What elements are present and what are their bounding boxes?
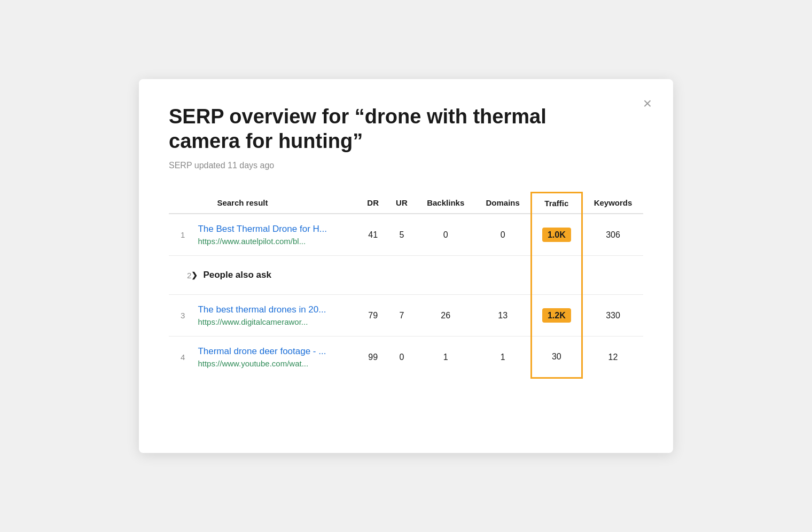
row-backlinks: 0: [416, 214, 475, 256]
serp-table-container: Search result DR UR Backlinks Domains Tr…: [169, 192, 643, 379]
row-traffic: 1.2K: [531, 295, 582, 337]
serp-table: Search result DR UR Backlinks Domains Tr…: [169, 192, 643, 379]
modal-subtitle: SERP updated 11 days ago: [169, 161, 643, 170]
row-traffic: 1.0K: [531, 214, 582, 256]
table-row: 3 The best thermal drones in 20... https…: [169, 295, 643, 337]
row-position: 1: [169, 214, 191, 256]
row-domains: 13: [475, 295, 532, 337]
row-keywords: 330: [582, 295, 643, 337]
table-row: 2 ❯ People also ask: [169, 256, 643, 295]
row-backlinks: 26: [416, 295, 475, 337]
row-ur: 5: [387, 214, 416, 256]
row-dr: 79: [358, 295, 387, 337]
traffic-value-highlight: 1.2K: [542, 308, 571, 323]
row-dr: 99: [358, 337, 387, 378]
row-keywords: [582, 256, 643, 295]
result-url: https://www.digitalcamerawor...: [198, 317, 352, 326]
row-search-result: The Best Thermal Drone for H... https://…: [191, 214, 358, 256]
row-position: 3: [169, 295, 191, 337]
result-title-link[interactable]: The Best Thermal Drone for H...: [198, 224, 352, 234]
close-button[interactable]: ×: [641, 94, 654, 113]
col-header-backlinks: Backlinks: [416, 193, 475, 214]
row-ur: 0: [387, 337, 416, 378]
chevron-right-icon: ❯: [191, 271, 198, 279]
table-row: 4 Thermal drone deer footage - ... https…: [169, 337, 643, 378]
row-traffic: 30: [531, 337, 582, 378]
row-dr: 41: [358, 214, 387, 256]
paa-text: People also ask: [203, 270, 271, 280]
traffic-value-highlight: 1.0K: [542, 228, 571, 242]
people-also-ask-cell: ❯ People also ask: [191, 256, 531, 295]
col-header-dr: DR: [358, 193, 387, 214]
row-search-result: Thermal drone deer footage - ... https:/…: [191, 337, 358, 378]
result-title-link[interactable]: Thermal drone deer footage - ...: [198, 346, 352, 357]
result-title-link[interactable]: The best thermal drones in 20...: [198, 304, 352, 315]
result-url: https://www.youtube.com/wat...: [198, 359, 352, 368]
serp-overview-modal: × SERP overview for “drone with thermal …: [139, 79, 673, 453]
col-header-num: [169, 193, 191, 214]
row-position: 4: [169, 337, 191, 378]
traffic-value: 30: [552, 352, 561, 361]
row-backlinks: 1: [416, 337, 475, 378]
row-keywords: 12: [582, 337, 643, 378]
modal-title: SERP overview for “drone with thermal ca…: [169, 105, 569, 153]
row-search-result: The best thermal drones in 20... https:/…: [191, 295, 358, 337]
col-header-ur: UR: [387, 193, 416, 214]
row-keywords: 306: [582, 214, 643, 256]
col-header-search-result: Search result: [191, 193, 358, 214]
col-header-traffic: Traffic: [531, 193, 582, 214]
col-header-domains: Domains: [475, 193, 532, 214]
row-domains: 0: [475, 214, 532, 256]
col-header-keywords: Keywords: [582, 193, 643, 214]
row-ur: 7: [387, 295, 416, 337]
row-domains: 1: [475, 337, 532, 378]
row-traffic: [531, 256, 582, 295]
people-also-ask-label: ❯ People also ask: [191, 260, 530, 290]
row-position: 2: [169, 256, 191, 295]
result-url: https://www.autelpilot.com/bl...: [198, 237, 352, 246]
table-row: 1 The Best Thermal Drone for H... https:…: [169, 214, 643, 256]
